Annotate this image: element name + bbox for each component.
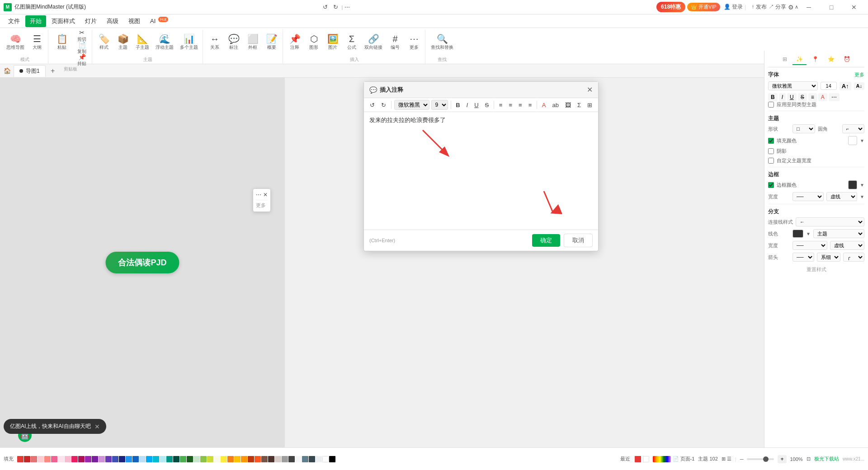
dialog-align-center-button[interactable]: ≡ (516, 101, 524, 109)
color-swatch-grey-light[interactable] (295, 456, 302, 462)
fill-color-dropdown[interactable]: ▼ (860, 138, 864, 143)
color-swatch-pink2[interactable] (58, 456, 64, 462)
branch-topic-select[interactable]: 主题 (813, 229, 864, 238)
color-swatch-lime[interactable] (207, 456, 213, 462)
branch-thin-select[interactable]: 系细 (817, 253, 840, 262)
reset-style-button[interactable]: 重置样式 (804, 265, 829, 274)
color-swatch-red4[interactable] (38, 456, 44, 462)
recent-color-1[interactable] (635, 456, 641, 462)
dialog-formula-button[interactable]: Σ (575, 101, 583, 109)
border-color-dropdown[interactable]: ▼ (860, 183, 864, 188)
settings-button[interactable]: ⚙ (788, 4, 794, 11)
custom-width-checkbox[interactable] (768, 158, 774, 164)
color-swatch-orange[interactable] (241, 456, 247, 462)
color-swatch-blue2[interactable] (132, 456, 139, 462)
panel-tab-layout[interactable]: ⊞ (779, 54, 791, 65)
shadow-checkbox[interactable] (768, 148, 774, 154)
dialog-table-button[interactable]: ⊞ (585, 101, 594, 109)
color-swatch-purple2[interactable] (92, 456, 98, 462)
view-grid-icon[interactable]: ⊞ (722, 456, 726, 461)
ribbon-cut-button[interactable]: ✂ 剪切 (74, 30, 90, 42)
color-swatch-lightblue[interactable] (146, 456, 152, 462)
italic-button[interactable]: I (779, 93, 786, 101)
font-name-select[interactable]: 微软雅黑 (768, 81, 818, 90)
dialog-strike-button[interactable]: S (483, 101, 491, 109)
zoom-slider[interactable] (747, 458, 774, 460)
color-swatch-purple3[interactable] (99, 456, 105, 462)
color-swatch-yellow[interactable] (221, 456, 227, 462)
color-swatch-blue3[interactable] (139, 456, 146, 462)
color-swatch-pink3[interactable] (65, 456, 71, 462)
dialog-font-color-button[interactable]: A (540, 101, 548, 109)
recent-color-2[interactable] (643, 456, 649, 462)
branch-arrow-select[interactable]: ── (793, 253, 814, 262)
font-more-link[interactable]: 更多 (854, 71, 864, 78)
border-color-checkbox[interactable] (768, 182, 774, 188)
underline-button[interactable]: U (787, 93, 797, 101)
menu-advanced[interactable]: 高级 (102, 15, 123, 27)
dialog-highlight-button[interactable]: ab (550, 101, 561, 109)
toolbar-more[interactable]: ⋯ (344, 4, 350, 10)
menu-ai[interactable]: AI Hot (146, 15, 173, 26)
branch-width-select[interactable]: ── (793, 241, 827, 250)
color-swatch-brown[interactable] (261, 456, 268, 462)
ribbon-mindmap-button[interactable]: 🧠 思维导图 (4, 30, 27, 55)
color-swatch-red1[interactable] (17, 456, 24, 462)
login-button[interactable]: 👤 登录 (724, 3, 743, 11)
ribbon-frame-button[interactable]: ⬜ 外框 (244, 30, 262, 55)
upgrade-vip-button[interactable]: 👑 开通VIP (687, 3, 720, 11)
ribbon-subtopic-button[interactable]: 📐 子主题 (133, 30, 152, 55)
branch-line-style-select[interactable]: ← (796, 217, 864, 226)
tab-diagram1[interactable]: 导图1 (14, 65, 46, 77)
dialog-bold-button[interactable]: B (453, 101, 462, 109)
expand-button[interactable]: ∧ (795, 4, 798, 10)
canvas-area[interactable]: 合法偶读PJD ⋯ ✕ 更多 (0, 78, 285, 447)
dialog-close-button[interactable]: ✕ (587, 85, 593, 94)
border-style-dropdown[interactable]: ▼ (860, 194, 864, 199)
color-swatch-green1[interactable] (180, 456, 186, 462)
color-swatch-deepPurple[interactable] (105, 456, 112, 462)
color-swatch-grey[interactable] (282, 456, 288, 462)
ribbon-multi-button[interactable]: 📊 多个主题 (177, 30, 201, 55)
panel-tab-location[interactable]: 📍 (808, 54, 822, 65)
color-swatch-brown-light[interactable] (275, 456, 281, 462)
ribbon-formula-button[interactable]: Σ 公式 (343, 30, 361, 55)
color-swatch-cyan[interactable] (153, 456, 159, 462)
dialog-align-right-button[interactable]: ≡ (526, 101, 534, 109)
color-swatch-teal-dark[interactable] (173, 456, 179, 462)
menu-start[interactable]: 开始 (25, 15, 46, 27)
color-swatch-grey-dark[interactable] (288, 456, 295, 462)
color-swatch-orange-dark[interactable] (248, 456, 254, 462)
color-swatch-pink1[interactable] (51, 456, 57, 462)
fill-color-checkbox[interactable] (768, 138, 774, 144)
color-swatch-amber[interactable] (227, 456, 234, 462)
tab-add-button[interactable]: + (47, 66, 58, 76)
ribbon-number-button[interactable]: # 编号 (386, 30, 404, 55)
color-swatch-deeporange[interactable] (255, 456, 261, 462)
apply-same-checkbox[interactable] (768, 102, 774, 108)
zoom-slider-thumb[interactable] (763, 456, 769, 462)
ai-bubble-close[interactable]: ✕ (94, 423, 100, 430)
fit-icon[interactable]: ⊡ (807, 456, 811, 462)
ribbon-outline-button[interactable]: ☰ 大纲 (28, 30, 46, 55)
zoom-in-button[interactable]: + (778, 455, 786, 463)
color-swatch-red2[interactable] (24, 456, 30, 462)
color-swatch-bluegrey-light[interactable] (316, 456, 322, 462)
ribbon-summary-button[interactable]: 📝 概要 (263, 30, 281, 55)
menu-file[interactable]: 文件 (4, 15, 24, 27)
color-swatch-black[interactable] (329, 456, 335, 462)
border-width-select[interactable]: ── (793, 192, 824, 201)
color-swatch-red5[interactable] (44, 456, 51, 462)
color-swatch-pink4[interactable] (71, 456, 78, 462)
panel-tab-clock[interactable]: ⏰ (840, 54, 854, 65)
border-style-select[interactable]: 虚线 (826, 192, 858, 201)
redo-button[interactable]: ↻ (331, 3, 340, 11)
badge-618[interactable]: 618特惠 (656, 2, 685, 12)
ribbon-stick-button[interactable]: 📌 持贴 (74, 54, 90, 66)
color-swatch-blue1[interactable] (126, 456, 132, 462)
bold-button[interactable]: B (768, 93, 778, 101)
menu-view[interactable]: 视图 (124, 15, 145, 27)
cancel-button[interactable]: 取消 (564, 234, 593, 247)
shape-select[interactable]: □ (793, 124, 815, 133)
ribbon-callout-button[interactable]: 💬 标注 (225, 30, 243, 55)
